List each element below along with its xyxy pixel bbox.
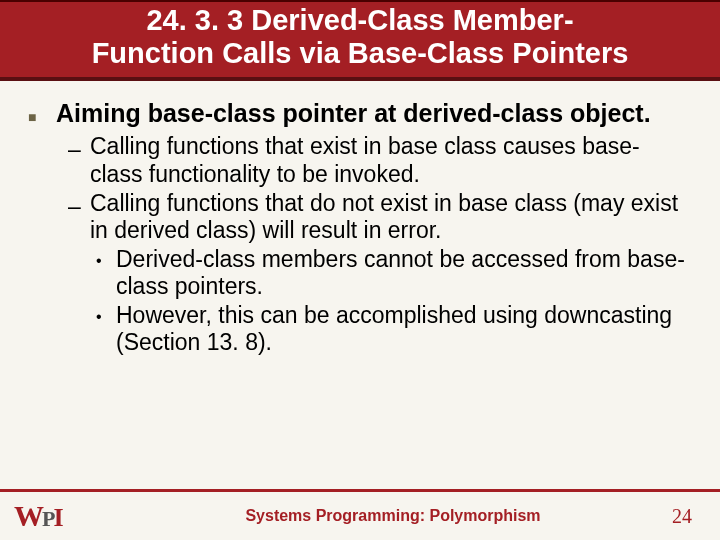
bullet-text: Aiming base-class pointer at derived-cla… [56, 99, 692, 128]
wpi-logo: WPI [0, 499, 86, 533]
square-bullet-icon: ■ [28, 99, 56, 128]
title-line-1: 24. 3. 3 Derived-Class Member- [146, 4, 573, 36]
slide: 24. 3. 3 Derived-Class Member- Function … [0, 0, 720, 540]
bullet-text: Calling functions that do not exist in b… [90, 190, 692, 244]
bullet-text: Derived-class members cannot be accessed… [116, 246, 692, 300]
bullet-level-2: – Calling functions that exist in base c… [68, 133, 692, 187]
title-line-2: Function Calls via Base-Class Pointers [92, 37, 629, 69]
bullet-level-3: • Derived-class members cannot be access… [96, 246, 692, 300]
bullet-text: Calling functions that exist in base cla… [90, 133, 692, 187]
bullet-level-1: ■ Aiming base-class pointer at derived-c… [28, 99, 692, 128]
footer-course-title: Systems Programming: Polymorphism [86, 507, 720, 525]
page-number: 24 [672, 505, 692, 528]
bullet-level-2: – Calling functions that do not exist in… [68, 190, 692, 244]
dash-bullet-icon: – [68, 133, 90, 187]
bullet-text: However, this can be accomplished using … [116, 302, 692, 356]
slide-footer: WPI Systems Programming: Polymorphism 24 [0, 492, 720, 540]
bullet-level-3: • However, this can be accomplished usin… [96, 302, 692, 356]
slide-content: ■ Aiming base-class pointer at derived-c… [0, 81, 720, 357]
dot-bullet-icon: • [96, 302, 116, 356]
dash-bullet-icon: – [68, 190, 90, 244]
dot-bullet-icon: • [96, 246, 116, 300]
slide-title: 24. 3. 3 Derived-Class Member- Function … [0, 2, 720, 81]
